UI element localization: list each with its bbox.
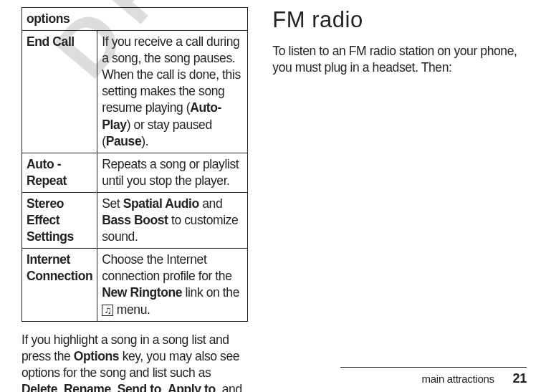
right-column: FM radio To listen to an FM radio statio… (272, 7, 528, 392)
table-header-row: options (22, 8, 248, 31)
fm-radio-body: To listen to an FM radio station on your… (272, 43, 528, 76)
fm-radio-heading: FM radio (272, 7, 528, 33)
music-note-icon: ♫ (102, 305, 113, 316)
footer-section: main attractions (422, 373, 494, 385)
option-description: If you receive a call during a song, the… (97, 31, 248, 153)
option-description: Set Spatial Audio and Bass Boost to cust… (97, 192, 248, 248)
footer-rule (340, 367, 527, 368)
options-header: options (22, 8, 248, 31)
below-table-paragraph: If you highlight a song in a song list a… (21, 332, 248, 392)
options-table: options End CallIf you receive a call du… (21, 7, 248, 322)
columns: options End CallIf you receive a call du… (0, 0, 541, 392)
page-number: 21 (513, 371, 527, 386)
option-label: Stereo Effect Settings (22, 192, 97, 248)
option-label: End Call (22, 31, 97, 153)
table-row: Internet ConnectionChoose the Internet c… (22, 249, 248, 321)
table-row: End CallIf you receive a call during a s… (22, 31, 248, 153)
option-label: Internet Connection (22, 249, 97, 321)
page: DRAFT options End CallIf you receive a c… (0, 0, 541, 392)
option-label: Auto - Repeat (22, 153, 97, 192)
left-column: options End CallIf you receive a call du… (21, 7, 248, 392)
footer: main attractions 21 (422, 371, 527, 386)
option-description: Choose the Internet connection profile f… (97, 249, 248, 321)
option-description: Repeats a song or playlist until you sto… (97, 153, 248, 192)
table-row: Auto - RepeatRepeats a song or playlist … (22, 153, 248, 192)
table-row: Stereo Effect SettingsSet Spatial Audio … (22, 192, 248, 248)
